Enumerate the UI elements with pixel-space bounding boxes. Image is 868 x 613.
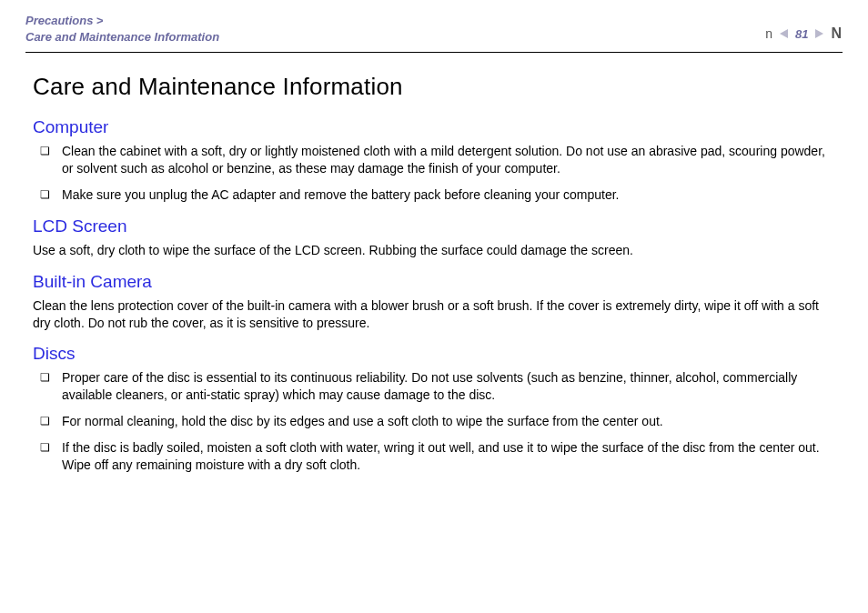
page-body: Care and Maintenance Information Compute… [25, 53, 843, 474]
triangle-left-icon[interactable] [779, 28, 790, 39]
section-heading-computer: Computer [33, 117, 835, 137]
pager: n 81 N [765, 13, 843, 42]
paragraph: Clean the lens protection cover of the b… [33, 297, 835, 332]
list-item: Clean the cabinet with a soft, dry or li… [33, 143, 835, 177]
section-heading-discs: Discs [33, 344, 835, 364]
list-computer: Clean the cabinet with a soft, dry or li… [33, 143, 835, 204]
breadcrumb-current: Care and Maintenance Information [25, 30, 219, 44]
page-header: Precautions > Care and Maintenance Infor… [25, 13, 843, 53]
svg-marker-1 [815, 29, 823, 38]
svg-marker-0 [780, 29, 788, 38]
pager-letter-big-n: N [831, 25, 842, 42]
paragraph: Use a soft, dry cloth to wipe the surfac… [33, 242, 835, 259]
section-heading-lcd: LCD Screen [33, 216, 835, 236]
list-discs: Proper care of the disc is essential to … [33, 369, 835, 473]
list-item: For normal cleaning, hold the disc by it… [33, 413, 835, 430]
chevron-right-icon: > [96, 14, 104, 27]
list-item: Make sure you unplug the AC adapter and … [33, 186, 835, 204]
page-title: Care and Maintenance Information [33, 73, 835, 101]
triangle-right-icon[interactable] [813, 28, 824, 39]
list-item: Proper care of the disc is essential to … [33, 369, 835, 404]
list-item: If the disc is badly soiled, moisten a s… [33, 439, 835, 474]
breadcrumb-parent[interactable]: Precautions [25, 14, 93, 27]
pager-letter-n: n [765, 26, 772, 41]
breadcrumb: Precautions > Care and Maintenance Infor… [25, 13, 219, 45]
document-page: Precautions > Care and Maintenance Infor… [0, 0, 868, 474]
section-heading-camera: Built-in Camera [33, 272, 835, 292]
page-number: 81 [795, 27, 808, 41]
